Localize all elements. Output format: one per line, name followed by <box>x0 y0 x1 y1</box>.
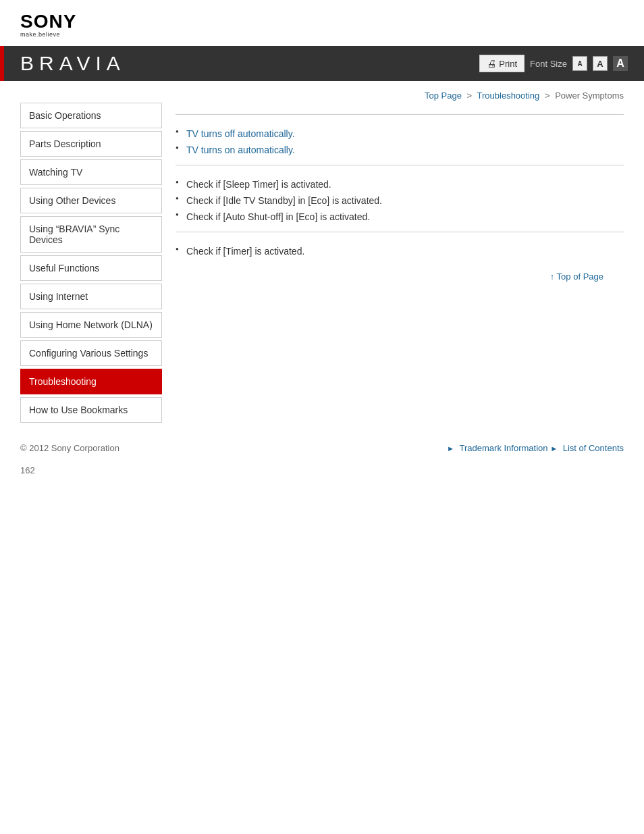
top-of-page-area: ↑ Top of Page <box>176 266 624 284</box>
list-item[interactable]: TV turns on automatically. <box>176 142 624 158</box>
content-section-2: Check if [Sleep Timer] is activated.Chec… <box>176 176 624 225</box>
sidebar-item-using-bravia-sync[interactable]: Using “BRAVIA” Sync Devices <box>20 216 162 253</box>
bravia-banner: BRAVIA 🖨 Print Font Size A A A <box>0 46 644 81</box>
trademark-link[interactable]: Trademark Information <box>460 443 548 453</box>
font-large-button[interactable]: A <box>613 56 628 71</box>
divider-2 <box>176 232 624 232</box>
content-area: Top Page > Troubleshooting > Power Sympt… <box>162 81 644 436</box>
list-item: Check if [Auto Shut-off] in [Eco] is act… <box>176 209 624 225</box>
trademark-arrow: ► <box>447 444 454 452</box>
print-label: Print <box>499 59 517 69</box>
sidebar-item-parts-description[interactable]: Parts Description <box>20 131 162 157</box>
section1-list: TV turns off automatically.TV turns on a… <box>176 126 624 158</box>
content-section-3: Check if [Timer] is activated. <box>176 243 624 259</box>
sidebar-item-using-other-devices[interactable]: Using Other Devices <box>20 188 162 213</box>
section2-list: Check if [Sleep Timer] is activated.Chec… <box>176 176 624 225</box>
sidebar-item-using-home-network[interactable]: Using Home Network (DLNA) <box>20 312 162 338</box>
font-small-button[interactable]: A <box>572 56 587 71</box>
sidebar-item-how-to-use-bookmarks[interactable]: How to Use Bookmarks <box>20 397 162 423</box>
print-button[interactable]: 🖨 Print <box>479 55 525 72</box>
content-link[interactable]: TV turns on automatically. <box>186 145 295 155</box>
sidebar-item-troubleshooting[interactable]: Troubleshooting <box>20 369 162 394</box>
content-link[interactable]: TV turns off automatically. <box>186 128 295 139</box>
print-icon: 🖨 <box>487 58 496 69</box>
sony-wordmark: SONY <box>20 12 76 31</box>
font-size-label: Font Size <box>530 59 567 69</box>
list-item: Check if [Idle TV Standby] in [Eco] is a… <box>176 192 624 209</box>
sidebar-item-watching-tv[interactable]: Watching TV <box>20 159 162 185</box>
footer-links: ► Trademark Information ► List of Conten… <box>447 443 624 453</box>
copyright: © 2012 Sony Corporation <box>20 443 119 453</box>
main-layout: Basic OperationsParts DescriptionWatchin… <box>0 81 644 436</box>
sidebar-item-basic-operations[interactable]: Basic Operations <box>20 103 162 128</box>
divider-1 <box>176 165 624 165</box>
list-of-contents-link[interactable]: List of Contents <box>563 443 624 453</box>
banner-controls: 🖨 Print Font Size A A A <box>479 55 628 72</box>
sidebar-item-configuring-various[interactable]: Configuring Various Settings <box>20 340 162 366</box>
page-footer: © 2012 Sony Corporation ► Trademark Info… <box>0 436 644 460</box>
page-number: 162 <box>0 460 644 475</box>
font-medium-button[interactable]: A <box>593 56 608 71</box>
list-item: Check if [Timer] is activated. <box>176 243 624 259</box>
breadcrumb: Top Page > Troubleshooting > Power Sympt… <box>176 81 624 107</box>
breadcrumb-current: Power Symptoms <box>555 90 624 101</box>
sidebar-item-useful-functions[interactable]: Useful Functions <box>20 255 162 281</box>
top-of-page-link[interactable]: ↑ Top of Page <box>550 271 603 282</box>
list-item[interactable]: TV turns off automatically. <box>176 126 624 142</box>
sony-tagline: make.believe <box>20 32 76 38</box>
top-of-page-label: Top of Page <box>557 271 603 282</box>
list-item: Check if [Sleep Timer] is activated. <box>176 176 624 192</box>
sidebar-item-using-internet[interactable]: Using Internet <box>20 284 162 309</box>
content-section-1: TV turns off automatically.TV turns on a… <box>176 126 624 158</box>
bravia-title: BRAVIA <box>20 52 126 75</box>
breadcrumb-troubleshooting[interactable]: Troubleshooting <box>477 90 540 101</box>
sidebar: Basic OperationsParts DescriptionWatchin… <box>0 81 162 436</box>
list-of-contents-arrow: ► <box>550 444 558 452</box>
section3-list: Check if [Timer] is activated. <box>176 243 624 259</box>
sony-logo: SONY make.believe <box>20 12 76 38</box>
logo-area: SONY make.believe <box>0 0 644 46</box>
divider-top <box>176 114 624 115</box>
breadcrumb-top-page[interactable]: Top Page <box>425 90 462 101</box>
